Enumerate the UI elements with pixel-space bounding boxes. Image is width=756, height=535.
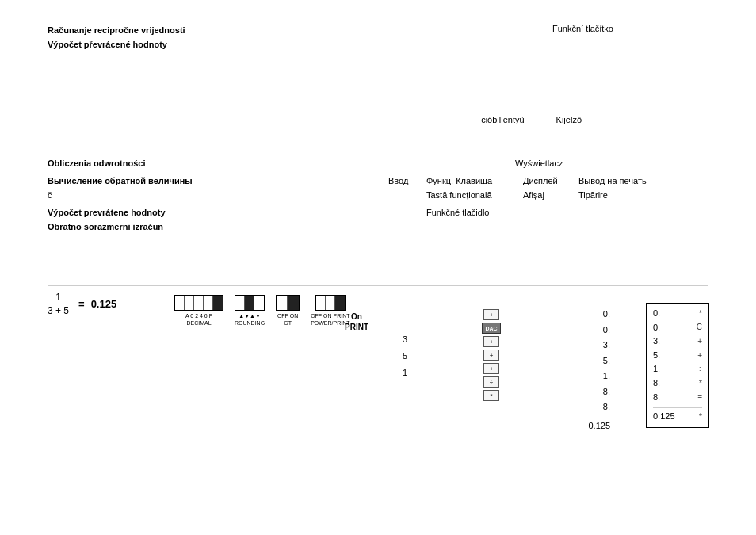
disp-5: 5. xyxy=(563,354,610,368)
switch-decimal: A 0 2 4 6 FDECIMAL xyxy=(174,295,223,327)
print-row-6: 8. = xyxy=(653,391,702,405)
num-5: 5 xyxy=(403,348,407,365)
switches-row: A 0 2 4 6 FDECIMAL ▲▼▲▼ROUNDING OFF ONGT xyxy=(174,295,350,327)
num-1: 1 xyxy=(403,365,407,381)
print-text: PRINT xyxy=(345,322,368,332)
seg5 xyxy=(213,296,223,310)
seg-g1 xyxy=(277,296,288,310)
section-vypocet: Výpočet prevrátene hodnoty xyxy=(48,208,166,217)
key-plus1[interactable]: + xyxy=(483,309,499,320)
romanian-tastata: Tastă funcțională xyxy=(426,190,492,200)
print-row-5: 8. * xyxy=(653,376,702,391)
keys-col: + DAC + + + ÷ * xyxy=(482,309,501,401)
print-row-1: 0. C xyxy=(653,321,702,335)
seg-g2 xyxy=(288,296,299,310)
print-row-2: 3. + xyxy=(653,334,702,349)
disp-result: 0.125 xyxy=(563,419,610,433)
header-right-label: Funkční tlačítko xyxy=(552,24,613,33)
ps-2: + xyxy=(697,335,702,348)
pv-5: 8. xyxy=(653,376,693,391)
ps-1: C xyxy=(697,321,702,334)
print-row-4: 1. ÷ xyxy=(653,362,702,376)
romanian-tiparire: Tipărire xyxy=(578,190,608,200)
pv-2: 3. xyxy=(653,334,693,349)
key-plus3[interactable]: + xyxy=(483,350,499,361)
print-row-0: 0. * xyxy=(653,307,702,321)
ps-5: * xyxy=(699,377,702,390)
pv-0: 0. xyxy=(653,307,693,321)
section-func-klav: Функц. Клавиша xyxy=(426,176,492,185)
switch-decimal-label: A 0 2 4 6 FDECIMAL xyxy=(185,312,212,327)
pv-1: 0. xyxy=(653,321,693,335)
key-plus2[interactable]: + xyxy=(483,336,499,347)
equals-sign: = xyxy=(78,298,85,310)
disp-8a: 8. xyxy=(563,385,610,399)
seg3 xyxy=(194,296,204,310)
math-expression: 1 3 + 5 = 0.125 xyxy=(48,292,116,316)
section-vychislenie: Вычисление обратной величины xyxy=(48,176,193,185)
pv-4: 1. xyxy=(653,362,693,376)
disp-1: 1. xyxy=(563,369,610,383)
disp-3: 3. xyxy=(563,338,610,352)
switch-rounding-label: ▲▼▲▼ROUNDING xyxy=(235,312,265,327)
ps-6: = xyxy=(697,391,702,403)
num-3: 3 xyxy=(403,331,407,348)
seg-r1 xyxy=(235,296,245,310)
seg4 xyxy=(204,296,213,310)
seg1 xyxy=(175,296,185,310)
romanian-afisaj: Afișaj xyxy=(523,190,544,200)
numerator: 1 xyxy=(52,292,65,304)
disp-8b: 8. xyxy=(563,400,610,414)
separator xyxy=(48,285,708,286)
print-row-3: 5. + xyxy=(653,349,702,363)
on-text: On xyxy=(345,311,368,322)
section-c-check: č xyxy=(48,190,52,200)
seg-p1 xyxy=(316,296,326,310)
print-box: 0. * 0. C 3. + 5. + 1. ÷ 8. * 8. = 0.125 xyxy=(646,303,709,428)
key-mul[interactable]: * xyxy=(483,390,499,401)
pv-3: 5. xyxy=(653,349,693,363)
ps-0: * xyxy=(699,308,702,320)
pv-7: 0.125 xyxy=(653,410,693,424)
disp-0a: 0. xyxy=(563,308,610,321)
disp-0b: 0. xyxy=(563,323,610,337)
ps-3: + xyxy=(697,350,702,362)
section-print-ru: Вывод на печать xyxy=(578,176,647,185)
pv-6: 8. xyxy=(653,391,693,405)
section-display-ru: Дисплей xyxy=(523,176,558,185)
seg-r2 xyxy=(245,296,254,310)
page: Računanje recipročne vrijednosti Výpočet… xyxy=(0,0,756,535)
key-dac[interactable]: DAC xyxy=(482,323,501,334)
input-numbers: 3 5 1 xyxy=(403,331,407,381)
middle-labels: cióbillentyű Kijelző xyxy=(481,115,582,124)
switch-rounding: ▲▼▲▼ROUNDING xyxy=(235,295,265,327)
section-wyswietlacz: Wyświetlacz xyxy=(515,159,563,168)
seg2 xyxy=(185,296,194,310)
switch-gt-label: OFF ONGT xyxy=(277,312,298,327)
on-print-label: On PRINT xyxy=(345,311,368,332)
fraction-container: 1 3 + 5 xyxy=(48,292,69,316)
ps-7: * xyxy=(699,411,702,423)
key-plus4[interactable]: + xyxy=(483,363,499,374)
denominator: 3 + 5 xyxy=(48,304,69,316)
section-obratno: Obratno sorazmerni izračun xyxy=(48,222,163,231)
switch-gt: OFF ONGT xyxy=(276,295,300,327)
section-vvod: Ввод xyxy=(388,176,408,185)
section-funkce-tl: Funkčné tlačidlo xyxy=(426,208,490,217)
middle-col2: Kijelző xyxy=(556,115,582,124)
section-obliczenia: Obliczenia odwrotności xyxy=(48,159,145,168)
title-line2: Výpočet převrácené hodnoty xyxy=(48,38,708,52)
seg-p3 xyxy=(335,296,345,310)
seg-r3 xyxy=(254,296,264,310)
middle-col1: cióbillentyű xyxy=(481,115,524,124)
ps-4: ÷ xyxy=(698,363,703,376)
result-value: 0.125 xyxy=(91,298,117,310)
seg-p2 xyxy=(326,296,335,310)
print-row-7: 0.125 * xyxy=(653,407,702,424)
display-col: 0. 0. 3. 5. 1. 8. 8. 0.125 xyxy=(563,308,610,432)
key-div[interactable]: ÷ xyxy=(483,376,499,388)
